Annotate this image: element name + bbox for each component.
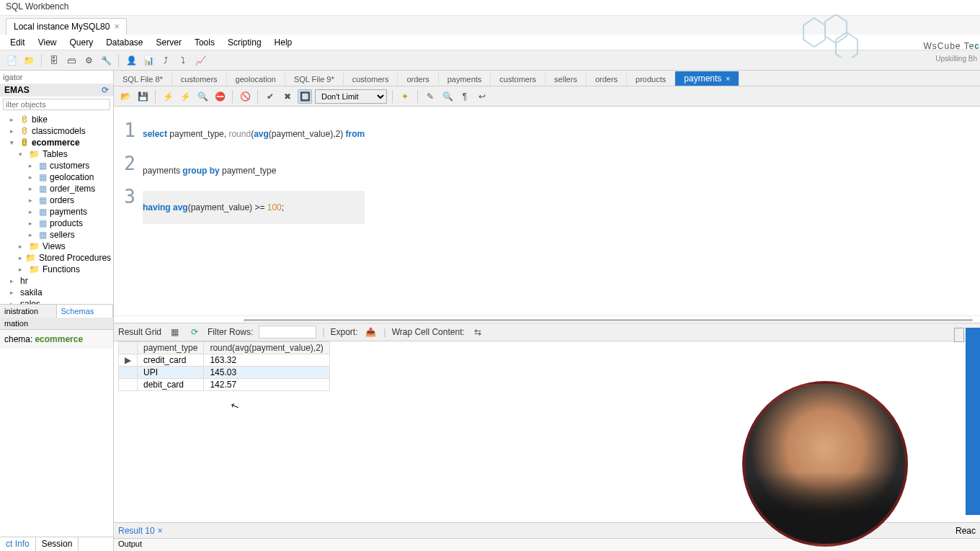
tab-administration[interactable]: inistration: [0, 305, 57, 318]
table-order-items[interactable]: ▸▦order_items: [0, 183, 113, 194]
wrap-toggle-icon[interactable]: ⇆: [471, 325, 485, 339]
find-icon[interactable]: ✎: [423, 89, 437, 104]
schema-hr[interactable]: ▸hr: [0, 275, 113, 287]
close-icon[interactable]: ×: [726, 75, 730, 83]
schema-ecommerce[interactable]: ▾🛢ecommerce: [0, 137, 113, 148]
tables-folder[interactable]: ▾📁Tables: [0, 148, 113, 160]
table-row[interactable]: ▶ credit_card 163.32: [119, 354, 330, 367]
result-tab[interactable]: Result 10 ×: [118, 526, 163, 536]
table-payments[interactable]: ▸▦payments: [0, 206, 113, 218]
beautify-icon[interactable]: ✦: [398, 89, 412, 104]
connection-tab[interactable]: Local instance MySQL80 ×: [6, 18, 127, 35]
filter-objects: [0, 97, 113, 112]
wrap-icon[interactable]: ↩: [475, 89, 489, 104]
search-icon[interactable]: 🔍: [440, 89, 455, 104]
views-folder[interactable]: ▸📁Views: [0, 241, 113, 252]
db-model-icon[interactable]: 🔧: [99, 53, 113, 68]
users-icon[interactable]: 👤: [124, 53, 138, 68]
file-tab[interactable]: products: [627, 73, 675, 86]
open-file-icon[interactable]: 📂: [118, 89, 133, 104]
schema-bike[interactable]: ▸🛢bike: [0, 114, 113, 125]
panel-toggle-icon[interactable]: [954, 328, 964, 342]
rollback-icon[interactable]: ✖: [280, 89, 295, 104]
file-tab[interactable]: SQL File 8*: [114, 73, 172, 86]
cell[interactable]: UPI: [138, 367, 204, 379]
cell[interactable]: credit_card: [138, 354, 204, 367]
schema-classicmodels[interactable]: ▸🛢classicmodels: [0, 125, 113, 137]
invisible-icon[interactable]: ¶: [458, 89, 472, 104]
stop-query-icon[interactable]: 🚫: [238, 89, 252, 104]
table-row[interactable]: debit_card 142.57: [119, 379, 330, 391]
file-tab[interactable]: SQL File 9*: [285, 73, 344, 86]
col-header[interactable]: round(avg(payment_value),2): [204, 342, 329, 354]
close-icon[interactable]: ×: [158, 526, 163, 536]
stop-icon[interactable]: ⛔: [213, 89, 227, 104]
filter-rows-input[interactable]: [259, 326, 316, 339]
db-add-icon[interactable]: 🗃: [64, 53, 79, 68]
schema-sales[interactable]: ▸sales: [0, 298, 113, 304]
open-sql-icon[interactable]: 📁: [22, 53, 36, 68]
readonly-indicator: Reac: [956, 526, 976, 536]
new-sql-icon[interactable]: 📄: [4, 53, 19, 68]
table-products[interactable]: ▸▦products: [0, 218, 113, 229]
db-sync-icon[interactable]: ⚙: [81, 53, 96, 68]
file-tab[interactable]: geolocation: [227, 73, 285, 86]
file-tab[interactable]: sellers: [545, 73, 587, 86]
table-orders[interactable]: ▸▦orders: [0, 194, 113, 206]
table-geolocation[interactable]: ▸▦geolocation: [0, 171, 113, 183]
execute-icon[interactable]: ⚡: [161, 89, 175, 104]
procs-folder[interactable]: ▸📁Stored Procedures: [0, 252, 113, 264]
file-tab[interactable]: orders: [398, 73, 438, 86]
export-icon[interactable]: 📤: [364, 325, 378, 339]
result-table[interactable]: payment_type round(avg(payment_value),2)…: [118, 341, 330, 391]
splitter[interactable]: [114, 315, 980, 323]
file-tab[interactable]: customers: [172, 73, 227, 86]
execute-step-icon[interactable]: ⚡: [178, 89, 192, 104]
funcs-folder[interactable]: ▸📁Functions: [0, 264, 113, 275]
menu-scripting[interactable]: Scripting: [222, 36, 267, 49]
autocommit-icon[interactable]: 🔲: [298, 89, 312, 104]
tab-session[interactable]: Session: [36, 537, 79, 551]
menu-view[interactable]: View: [32, 36, 63, 49]
file-tab-active[interactable]: payments ×: [675, 71, 739, 86]
file-tab[interactable]: customers: [344, 73, 398, 86]
menu-help[interactable]: Help: [269, 36, 298, 49]
cell[interactable]: debit_card: [138, 379, 204, 391]
col-header[interactable]: payment_type: [138, 342, 204, 354]
menu-edit[interactable]: Edit: [4, 36, 31, 49]
menu-database[interactable]: Database: [100, 36, 148, 49]
grid-icon[interactable]: ▦: [167, 325, 182, 339]
import-icon[interactable]: ⤵: [176, 53, 190, 68]
cell[interactable]: 163.32: [204, 354, 329, 367]
menu-tools[interactable]: Tools: [189, 36, 220, 49]
cell[interactable]: 142.57: [204, 379, 329, 391]
right-tool-strip[interactable]: [966, 328, 980, 515]
code-content[interactable]: select payment_type, round(avg(payment_v…: [143, 107, 365, 315]
table-customers[interactable]: ▸▦customers: [0, 160, 113, 171]
file-tab[interactable]: orders: [587, 73, 627, 86]
sql-editor[interactable]: 123 select payment_type, round(avg(payme…: [114, 107, 980, 315]
menu-server[interactable]: Server: [151, 36, 187, 49]
cell[interactable]: 145.03: [204, 367, 329, 379]
filter-input[interactable]: [3, 99, 110, 110]
tab-object-info[interactable]: ct Info: [0, 537, 36, 551]
menu-query[interactable]: Query: [63, 36, 99, 49]
close-icon[interactable]: ×: [114, 22, 119, 32]
file-tab[interactable]: payments: [439, 73, 491, 86]
explain-icon[interactable]: 🔍: [195, 89, 210, 104]
presenter-webcam: [742, 381, 908, 547]
status-icon[interactable]: 📊: [141, 53, 156, 68]
export-icon[interactable]: ⤴: [159, 53, 173, 68]
schema-sakila[interactable]: ▸sakila: [0, 287, 113, 298]
refresh-icon[interactable]: ⟳: [187, 325, 202, 339]
file-tab[interactable]: customers: [491, 73, 545, 86]
tab-schemas[interactable]: Schemas: [57, 305, 114, 318]
table-sellers[interactable]: ▸▦sellers: [0, 229, 113, 241]
refresh-icon[interactable]: ⟳: [102, 85, 109, 95]
db-icon[interactable]: 🗄: [47, 53, 61, 68]
table-row[interactable]: UPI 145.03: [119, 367, 330, 379]
commit-icon[interactable]: ✔: [263, 89, 277, 104]
limit-select[interactable]: Don't Limit: [315, 89, 387, 104]
dashboard-icon[interactable]: 📈: [193, 53, 208, 68]
save-icon[interactable]: 💾: [135, 89, 150, 104]
